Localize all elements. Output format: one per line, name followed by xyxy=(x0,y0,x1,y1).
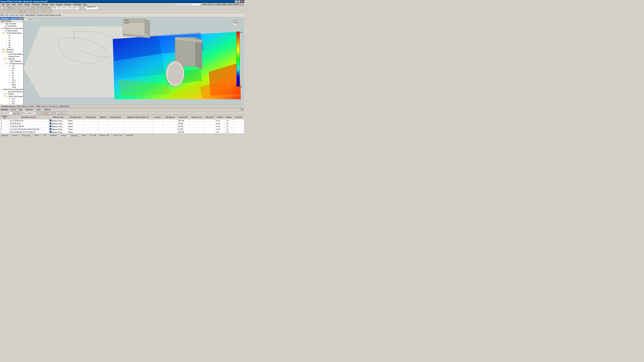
bp-chart[interactable]: 📊 xyxy=(56,111,59,115)
col-area[interactable]: Area A [m²] xyxy=(177,115,189,119)
menu-edit[interactable]: Edit xyxy=(6,3,11,6)
tb-lc-dropdown[interactable]: CO2 · LC1 + LC2 + LC3 + LC4 ▼ xyxy=(52,6,79,9)
tab-sections[interactable]: Sections xyxy=(10,134,20,137)
close-button[interactable]: × xyxy=(241,0,244,3)
tab-member-sets[interactable]: Member Sets xyxy=(98,134,111,137)
tab-materials[interactable]: Materials xyxy=(0,134,10,137)
menu-assign[interactable]: Assign xyxy=(24,3,31,6)
table-row[interactable]: 44-9,26,8,37-58,270 Without Thick...Plan… xyxy=(0,125,244,128)
bp-add[interactable]: + xyxy=(37,111,40,115)
tree-item-equivalent-stresses[interactable]: ○Equivalent Stresses xyxy=(0,90,23,93)
tree-item-stresses[interactable]: -📁Stresses xyxy=(0,58,23,60)
bp-help[interactable]: ? xyxy=(63,111,66,115)
tb-settings[interactable]: ⚙ xyxy=(49,10,52,13)
tree-item-principal-stresses[interactable]: -📁Principal Stresses xyxy=(0,62,23,65)
tree-item-theta-1m[interactable]: ○θ1,m xyxy=(0,79,23,81)
tb-surfaces[interactable]: ▣ xyxy=(20,10,23,13)
tree-item-type-results[interactable]: -📁Type of results xyxy=(0,22,23,25)
menu-tools[interactable]: Tools xyxy=(49,3,55,6)
maximize-button[interactable]: □ xyxy=(238,0,240,3)
tree-item-sigma2p[interactable]: ○σ2+ xyxy=(0,67,23,69)
table-row[interactable]: 319-26,36-45,27 Without Thick...Plane50.… xyxy=(0,122,244,125)
tb-grid[interactable]: ⊞ xyxy=(44,10,47,13)
col-boundary-lines[interactable]: Boundary Lines No. xyxy=(9,115,49,119)
menu-window[interactable]: Window xyxy=(64,3,72,6)
tb-zoom-in[interactable]: 🔍 xyxy=(24,6,28,9)
tb-lines[interactable]: ⟋ xyxy=(16,10,19,13)
col-thickness-no[interactable]: Thickness No. xyxy=(84,115,98,119)
tree-item-diff-init[interactable]: 📊Differences to initial state xyxy=(0,27,23,29)
expander-type-results[interactable]: - xyxy=(0,23,2,24)
col-volume[interactable]: Volume V [m³] xyxy=(189,115,204,119)
bp-settings[interactable]: Settings xyxy=(43,108,52,111)
tree-item-sigma2[interactable]: ○σ2 xyxy=(0,76,23,79)
bp-settings2[interactable]: ⚙ xyxy=(52,111,55,115)
col-eccentricity[interactable]: Eccentricity No. xyxy=(108,115,124,119)
bp-info[interactable]: ℹ xyxy=(59,111,63,115)
col-position[interactable]: Position xyxy=(215,115,224,119)
tb-new[interactable]: 📄 xyxy=(0,6,4,9)
table-row[interactable]: 7273,274,388,403-397,470-459,275 Without… xyxy=(0,131,244,134)
tree-item-basic-total-strains[interactable]: -📁Basic Total Strains xyxy=(0,95,23,97)
col-stiffness-type[interactable]: Stiffness Type xyxy=(49,115,68,119)
tree-item-sigma1p[interactable]: ●σ1+ xyxy=(0,65,23,67)
tree-item-eyy-p[interactable]: ○εyy+ xyxy=(0,100,23,102)
menu-view[interactable]: View xyxy=(11,3,17,6)
search-input[interactable] xyxy=(174,3,200,6)
tree-item-theta-2m[interactable]: ○θ2,m xyxy=(0,81,23,83)
table-row[interactable]: 116,17,28,65-47,18 Without Thick...Plane… xyxy=(0,119,244,122)
expander-basic-total-strains[interactable]: - xyxy=(4,95,6,97)
expander-surfaces[interactable]: - xyxy=(2,51,4,53)
col-comment[interactable]: Comment xyxy=(233,115,244,119)
bp-view[interactable]: View xyxy=(36,108,42,111)
col-mass[interactable]: Mass M [t] xyxy=(204,115,215,119)
col-options[interactable]: Options xyxy=(224,115,233,119)
tree-item-static-analysis[interactable]: 📊Static Analysis xyxy=(0,29,23,32)
tab-solids[interactable]: Solids xyxy=(80,134,88,137)
nav-close[interactable]: × xyxy=(20,17,22,19)
bp-structure-dropdown[interactable]: Structure ▼ xyxy=(1,112,12,115)
tab-members[interactable]: Members xyxy=(48,134,58,137)
tb-deform[interactable]: 〜 xyxy=(28,10,31,13)
expander-strains[interactable]: - xyxy=(4,93,5,95)
tb-s[interactable]: S xyxy=(81,6,84,9)
tb-open[interactable]: 📂 xyxy=(4,6,7,9)
menu-file[interactable]: File xyxy=(1,3,6,6)
table-row[interactable]: 51,2,14,271,270-65,28-31,66,69,262,262..… xyxy=(0,128,244,131)
menu-insert[interactable]: Insert xyxy=(17,3,24,6)
tb-view-xy[interactable]: XY xyxy=(36,6,40,9)
tb-redo[interactable]: ↪ xyxy=(20,6,23,9)
tab-nodes[interactable]: Nodes xyxy=(33,134,41,137)
bp-basic-objects-dropdown[interactable]: Basic Objects ▼ xyxy=(22,112,35,115)
tb-pan[interactable]: ✋ xyxy=(4,10,7,13)
tree-item-Tmax[interactable]: ○Tmax xyxy=(0,86,23,88)
tree-item-uphi-y[interactable]: ○φy xyxy=(0,43,23,46)
bp-filter[interactable]: ⊞ xyxy=(41,111,44,115)
tb-view-xz[interactable]: XZ xyxy=(40,6,44,9)
bp-export[interactable]: 📤 xyxy=(44,111,48,115)
tb-save[interactable]: 💾 xyxy=(8,6,11,9)
menu-cad-bim[interactable]: CAD-BIM xyxy=(72,3,82,6)
bp-copy[interactable]: 📋 xyxy=(48,111,52,115)
tb-view-yz[interactable]: YZ xyxy=(44,6,47,9)
col-geometry-type[interactable]: Geometry Type xyxy=(68,115,83,119)
tab-lines[interactable]: Lines xyxy=(41,134,48,137)
tree-item-exx-p[interactable]: ●εxx+ xyxy=(0,97,23,100)
col-surface-no[interactable]: SurfaceNo. xyxy=(0,115,9,119)
tb-color[interactable]: 🎨 xyxy=(32,10,35,13)
expander-stresses[interactable]: - xyxy=(4,58,5,60)
nav-cube[interactable]: Front R Top xyxy=(230,18,239,27)
expander-members[interactable]: + xyxy=(2,49,4,50)
tb-zoom-out[interactable]: 🔎 xyxy=(28,6,31,9)
tb-solids[interactable]: ■ xyxy=(23,10,26,13)
tb-select[interactable]: ↖ xyxy=(0,10,4,13)
tb-zoom-fit[interactable]: ⊞ xyxy=(32,6,35,9)
tree-item-exx-m[interactable]: ○εxx- xyxy=(0,102,23,105)
tb-nodes[interactable]: ● xyxy=(12,10,16,13)
viewport[interactable]: 175.00 800.00 xyxy=(24,17,244,105)
expander-global-deformations[interactable]: - xyxy=(2,32,4,34)
tree-item-local-deformations[interactable]: ○Local Deformations xyxy=(0,53,23,55)
tab-openings[interactable]: Openings xyxy=(69,134,80,137)
tree-item-uphi-x[interactable]: ○φx xyxy=(0,41,23,43)
tree-item-ux[interactable]: ○ux xyxy=(0,36,23,39)
